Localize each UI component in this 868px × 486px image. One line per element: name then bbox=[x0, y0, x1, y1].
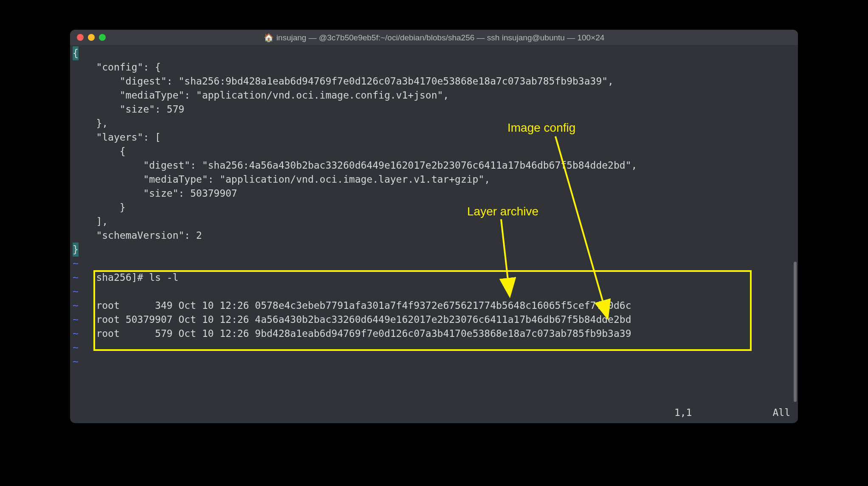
json-open-brace: { bbox=[73, 46, 79, 60]
vim-tilde: ~ bbox=[73, 286, 79, 297]
json-line: "mediaType": "application/vnd.oci.image.… bbox=[73, 90, 449, 101]
terminal-window: 🏠insujang — @3c7b50e9eb5f:~/oci/debian/b… bbox=[70, 30, 798, 423]
json-line: } bbox=[73, 202, 126, 213]
json-line: "config": { bbox=[73, 62, 161, 73]
json-line: "digest": "sha256:9bd428a1eab6d94769f7e0… bbox=[73, 76, 614, 87]
vim-status-line: 1,1 All bbox=[78, 406, 790, 420]
ls-row: root 349 Oct 10 12:26 0578e4c3ebeb7791af… bbox=[90, 300, 631, 311]
vim-tilde: ~ bbox=[73, 356, 79, 367]
vim-tilde: ~ bbox=[73, 342, 79, 353]
cursor-position: 1,1 bbox=[674, 406, 692, 420]
annotation-layer-archive: Layer archive bbox=[467, 204, 538, 218]
vim-tilde: ~ bbox=[73, 314, 79, 325]
vim-tilde: ~ bbox=[73, 258, 79, 269]
scrollbar-thumb[interactable] bbox=[794, 262, 797, 402]
minimize-icon[interactable] bbox=[88, 34, 95, 41]
json-close-brace: } bbox=[73, 243, 79, 257]
shell-prompt: sha256]# ls -l bbox=[90, 272, 179, 283]
json-line: ], bbox=[73, 216, 108, 227]
scroll-position: All bbox=[772, 406, 790, 420]
vim-tilde: ~ bbox=[73, 328, 79, 339]
home-icon: 🏠 bbox=[264, 33, 274, 42]
json-line: "mediaType": "application/vnd.oci.image.… bbox=[73, 174, 490, 185]
vim-tilde: ~ bbox=[73, 300, 79, 311]
json-line: }, bbox=[73, 118, 108, 129]
close-icon[interactable] bbox=[77, 34, 84, 41]
maximize-icon[interactable] bbox=[99, 34, 106, 41]
json-line: "size": 50379907 bbox=[73, 188, 237, 199]
window-title-text: insujang — @3c7b50e9eb5f:~/oci/debian/bl… bbox=[276, 33, 605, 42]
window-title: 🏠insujang — @3c7b50e9eb5f:~/oci/debian/b… bbox=[70, 33, 798, 42]
traffic-lights bbox=[77, 34, 106, 41]
titlebar: 🏠insujang — @3c7b50e9eb5f:~/oci/debian/b… bbox=[70, 30, 798, 45]
vim-tilde: ~ bbox=[73, 272, 79, 283]
ls-row: root 50379907 Oct 10 12:26 4a56a430b2bac… bbox=[90, 314, 631, 325]
json-line: { bbox=[73, 146, 126, 157]
ls-row: root 579 Oct 10 12:26 9bd428a1eab6d94769… bbox=[90, 328, 631, 339]
annotation-image-config: Image config bbox=[507, 121, 575, 135]
json-line: "size": 579 bbox=[73, 104, 184, 115]
json-line: "digest": "sha256:4a56a430b2bac33260d644… bbox=[73, 160, 637, 171]
terminal-body[interactable]: { "config": { "digest": "sha256:9bd428a1… bbox=[70, 45, 798, 423]
json-line: "schemaVersion": 2 bbox=[73, 230, 202, 241]
json-line: "layers": [ bbox=[73, 132, 161, 143]
terminal-content: { "config": { "digest": "sha256:9bd428a1… bbox=[73, 46, 795, 369]
